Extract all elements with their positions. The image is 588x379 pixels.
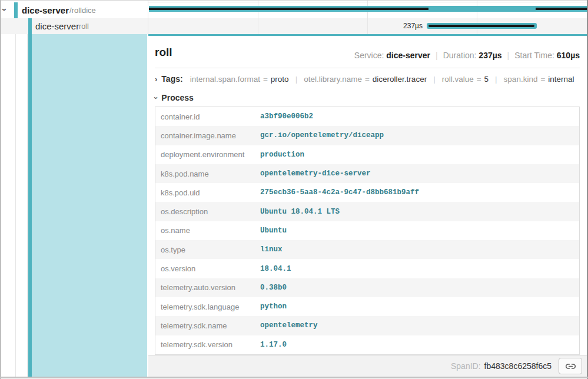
header-divider [155, 68, 580, 68]
duration-label: Duration: [443, 51, 477, 60]
span-bar-core [428, 25, 534, 27]
selected-span-name-column[interactable] [28, 34, 147, 377]
process-value: production [260, 151, 304, 159]
tags-summary: internal.span.format = proto | otel.libr… [190, 75, 574, 84]
span-bar-roll[interactable] [427, 23, 537, 29]
process-key: container.id [155, 112, 260, 121]
tag-key: span.kind [504, 75, 538, 84]
process-key: telemetry.sdk.name [155, 321, 260, 330]
timeline-ticks-ruler [148, 2, 587, 2]
process-value: Ubuntu 18.04.1 LTS [260, 208, 340, 216]
tags-section-toggle[interactable]: › Tags: internal.span.format = proto | o… [155, 72, 574, 85]
process-section-toggle[interactable]: › Process [155, 91, 194, 104]
timeline-gridline [477, 0, 477, 34]
timeline-gridline [258, 0, 258, 34]
tag-separator: | [433, 75, 436, 84]
tag-item: roll.value = 5 | [442, 75, 504, 84]
process-key: os.name [155, 226, 260, 235]
span-detail-panel: roll Service: dice-server|Duration: 237µ… [148, 34, 587, 355]
tag-equals: = [263, 75, 268, 84]
table-row: os.description Ubuntu 18.04.1 LTS [155, 202, 579, 221]
table-row: container.image.name gcr.io/opentelemetr… [155, 126, 579, 145]
span-operation-name: /rolldice [69, 6, 96, 15]
process-key: telemetry.sdk.language [155, 302, 260, 311]
service-color-block [28, 18, 32, 34]
process-value: 275ecb36-5aa8-4c2a-9c47-d8bb681b9aff [260, 188, 419, 197]
table-row: k8s.pod.name opentelemetry-dice-server [155, 164, 579, 183]
table-row: os.type linux [155, 240, 579, 259]
process-key: os.version [155, 264, 260, 273]
table-row: deployment.environment production [155, 145, 579, 164]
chevron-down-icon: › [152, 97, 160, 99]
span-detail-footer: SpanID: fb483c8c6258f6c5 [148, 355, 587, 377]
process-value: opentelemetry-dice-server [260, 169, 371, 178]
span-id-label: SpanID: [451, 361, 481, 371]
jaeger-trace-detail-view: › dice-server /rolldice dice-server roll… [0, 0, 588, 379]
process-key: k8s.pod.name [155, 169, 260, 178]
process-key: telemetry.sdk.version [155, 340, 260, 349]
tag-equals: = [365, 75, 370, 84]
span-duration-label: 237µs [376, 22, 423, 30]
tag-item: otel.library.name = diceroller.tracer | [304, 75, 442, 84]
tag-key: roll.value [442, 75, 474, 84]
tag-value: proto [271, 75, 289, 84]
start-time-value: 610µs [557, 51, 580, 60]
table-row: k8s.pod.uid 275ecb36-5aa8-4c2a-9c47-d8bb… [155, 183, 579, 202]
table-row: os.version 18.04.1 [155, 259, 579, 278]
process-value: Ubuntu [260, 227, 287, 235]
tag-key: otel.library.name [304, 75, 362, 84]
tag-value: 5 [484, 75, 489, 84]
meta-separator: | [430, 51, 443, 60]
process-value: 18.04.1 [260, 265, 291, 273]
process-key: telemetry.auto.version [155, 283, 260, 292]
tags-section-label: Tags: [161, 74, 182, 84]
span-bar-rolldice[interactable] [149, 6, 587, 12]
process-value: linux [260, 245, 283, 254]
process-key: deployment.environment [155, 150, 260, 159]
tag-value: diceroller.tracer [373, 75, 427, 84]
table-row: os.name Ubuntu [155, 221, 579, 240]
window-border [0, 0, 1, 379]
indent-guide [15, 34, 16, 377]
span-bar-child-marker [536, 8, 587, 10]
span-detail-title: roll [155, 46, 172, 59]
process-key: os.type [155, 245, 260, 254]
collapse-chevron-icon[interactable]: › [1, 8, 9, 11]
span-service-name[interactable]: dice-server [35, 21, 79, 31]
span-service-name[interactable]: dice-server [22, 5, 69, 15]
table-row: telemetry.sdk.name opentelemetry [155, 316, 579, 335]
process-value: opentelemetry [260, 321, 318, 330]
window-border [0, 377, 588, 378]
process-key: k8s.pod.uid [155, 188, 260, 197]
tag-item: internal.span.format = proto | [190, 75, 304, 84]
window-border [0, 0, 588, 1]
tag-key: internal.span.format [190, 75, 260, 84]
selected-span-color-stripe [28, 34, 32, 377]
process-value: 1.17.0 [260, 341, 287, 349]
process-section-label: Process [161, 93, 193, 102]
table-row: container.id a3bf90e006b2 [155, 107, 579, 126]
process-value: 0.38b0 [260, 284, 287, 292]
service-label: Service: [354, 51, 384, 60]
tag-separator: | [295, 75, 298, 84]
copy-span-link-button[interactable] [559, 358, 582, 374]
table-row: telemetry.sdk.version 1.17.0 [155, 335, 579, 354]
tag-value: internal [548, 75, 574, 84]
duration-value: 237µs [479, 51, 501, 60]
span-operation-name: roll [79, 22, 89, 31]
table-row: telemetry.sdk.language python [155, 297, 579, 316]
meta-separator: | [502, 51, 515, 60]
process-key: container.image.name [155, 131, 260, 140]
process-value: gcr.io/opentelemetry/diceapp [260, 131, 384, 139]
table-row: telemetry.auto.version 0.38b0 [155, 278, 579, 297]
link-icon [566, 361, 576, 371]
indent-guide [27, 34, 28, 377]
tag-equals: = [477, 75, 481, 84]
span-id-value: fb483c8c6258f6c5 [484, 361, 552, 371]
process-table-body: container.id a3bf90e006b2 container.imag… [155, 107, 580, 355]
service-value: dice-server [386, 51, 430, 60]
service-color-block [14, 2, 18, 18]
process-key: os.description [155, 207, 260, 216]
process-value: a3bf90e006b2 [260, 112, 313, 121]
tag-item: span.kind = internal [504, 75, 574, 84]
